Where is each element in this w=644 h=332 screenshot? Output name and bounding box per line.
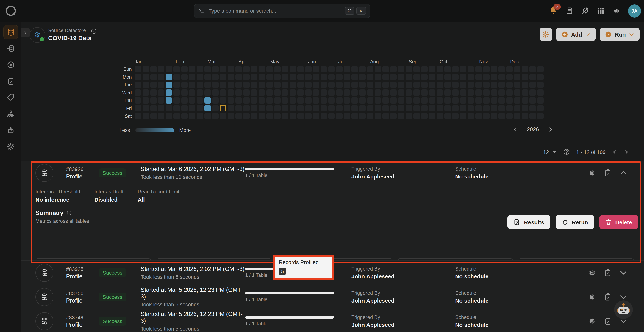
heatmap-cell[interactable] bbox=[251, 82, 257, 88]
heatmap-cell[interactable] bbox=[344, 105, 350, 111]
heatmap-cell[interactable] bbox=[367, 74, 373, 80]
heatmap-cell[interactable] bbox=[236, 105, 242, 111]
heatmap-cell[interactable] bbox=[328, 105, 335, 111]
sidebar-item-checks[interactable] bbox=[3, 74, 18, 89]
run-row[interactable]: #83749 Profile Success Started at Mar 5 … bbox=[21, 309, 644, 332]
heatmap-cell[interactable] bbox=[499, 97, 505, 104]
heatmap-cell[interactable] bbox=[142, 105, 149, 111]
heatmap-cell[interactable] bbox=[305, 105, 311, 111]
heatmap-cell[interactable] bbox=[352, 113, 358, 119]
heatmap-cell[interactable] bbox=[475, 105, 482, 111]
run-row[interactable]: #83750 Profile Success Started at Mar 5 … bbox=[21, 285, 644, 309]
heatmap-cell[interactable] bbox=[514, 82, 520, 88]
heatmap-cell[interactable] bbox=[150, 97, 156, 104]
sidebar-item-assistant[interactable] bbox=[3, 123, 18, 138]
run-metadata-chip-icon[interactable] bbox=[588, 293, 596, 301]
heatmap-cell[interactable] bbox=[475, 97, 482, 104]
heatmap-cell[interactable] bbox=[313, 113, 319, 119]
search-input[interactable] bbox=[208, 7, 343, 14]
heatmap-cell[interactable] bbox=[181, 66, 188, 72]
heatmap-cell[interactable] bbox=[375, 105, 381, 111]
heatmap-cell[interactable] bbox=[437, 113, 443, 119]
heatmap-cell[interactable] bbox=[266, 89, 273, 96]
heatmap-cell[interactable] bbox=[297, 74, 304, 80]
heatmap-cell[interactable] bbox=[367, 97, 373, 104]
sidebar-item-enrichment[interactable] bbox=[3, 41, 18, 56]
results-button[interactable]: Results bbox=[508, 215, 550, 229]
sidebar-item-settings[interactable] bbox=[3, 139, 18, 154]
heatmap-cell[interactable] bbox=[468, 89, 474, 96]
heatmap-cell[interactable] bbox=[336, 82, 342, 88]
heatmap-cell[interactable] bbox=[530, 97, 536, 104]
heatmap-cell[interactable] bbox=[274, 113, 280, 119]
run-checks-icon[interactable] bbox=[604, 169, 612, 177]
next-year-button[interactable] bbox=[548, 127, 554, 132]
apps-grid-icon[interactable] bbox=[596, 7, 605, 15]
run-checks-icon[interactable] bbox=[604, 293, 612, 301]
heatmap-cell[interactable] bbox=[266, 82, 273, 88]
heatmap-cell[interactable] bbox=[313, 74, 319, 80]
heatmap-cell[interactable] bbox=[166, 82, 172, 88]
heatmap-cell[interactable] bbox=[382, 113, 389, 119]
heatmap-cell[interactable] bbox=[158, 74, 164, 80]
heatmap-cell[interactable] bbox=[522, 113, 528, 119]
heatmap-cell[interactable] bbox=[344, 97, 350, 104]
heatmap-cell[interactable] bbox=[142, 89, 149, 96]
summary-info-icon[interactable] bbox=[66, 210, 72, 216]
heatmap-cell[interactable] bbox=[491, 105, 497, 111]
heatmap-cell[interactable] bbox=[243, 66, 250, 72]
heatmap-cell[interactable] bbox=[328, 74, 335, 80]
heatmap-cell[interactable] bbox=[514, 105, 520, 111]
heatmap-cell[interactable] bbox=[158, 89, 164, 96]
sidebar-expand-button[interactable] bbox=[21, 27, 30, 37]
heatmap-cell[interactable] bbox=[344, 113, 350, 119]
heatmap-cell[interactable] bbox=[352, 89, 358, 96]
heatmap-cell[interactable] bbox=[414, 113, 420, 119]
sidebar-item-tags[interactable] bbox=[3, 90, 18, 105]
delete-button[interactable]: Delete bbox=[599, 215, 638, 229]
heatmap-cell[interactable] bbox=[382, 82, 389, 88]
heatmap-cell[interactable] bbox=[499, 66, 505, 72]
heatmap-cell[interactable] bbox=[444, 89, 451, 96]
heatmap-cell[interactable] bbox=[336, 113, 342, 119]
heatmap-cell[interactable] bbox=[282, 74, 288, 80]
heatmap-cell[interactable] bbox=[406, 113, 412, 119]
heatmap-cell[interactable] bbox=[460, 105, 466, 111]
heatmap-cell[interactable] bbox=[236, 97, 242, 104]
heatmap-cell[interactable] bbox=[344, 89, 350, 96]
heatmap-cell[interactable] bbox=[367, 113, 373, 119]
heatmap-cell[interactable] bbox=[204, 66, 211, 72]
heatmap-cell[interactable] bbox=[429, 74, 435, 80]
heatmap-cell[interactable] bbox=[189, 105, 195, 111]
heatmap-cell[interactable] bbox=[150, 113, 156, 119]
heatmap-cell[interactable] bbox=[336, 97, 342, 104]
info-icon[interactable] bbox=[91, 28, 97, 34]
heatmap-cell[interactable] bbox=[460, 82, 466, 88]
heatmap-cell[interactable] bbox=[204, 105, 211, 111]
heatmap-cell[interactable] bbox=[150, 105, 156, 111]
heatmap-cell[interactable] bbox=[320, 89, 327, 96]
heatmap-cell[interactable] bbox=[189, 89, 195, 96]
heatmap-cell[interactable] bbox=[320, 105, 327, 111]
heatmap-cell[interactable] bbox=[414, 82, 420, 88]
heatmap-cell[interactable] bbox=[382, 89, 389, 96]
heatmap-cell[interactable] bbox=[452, 113, 458, 119]
heatmap-cell[interactable] bbox=[142, 82, 149, 88]
heatmap-cell[interactable] bbox=[174, 97, 180, 104]
heatmap-cell[interactable] bbox=[197, 74, 203, 80]
heatmap-cell[interactable] bbox=[313, 89, 319, 96]
heatmap-cell[interactable] bbox=[236, 66, 242, 72]
heatmap-cell[interactable] bbox=[514, 89, 520, 96]
heatmap-cell[interactable] bbox=[483, 66, 490, 72]
heatmap-cell[interactable] bbox=[499, 82, 505, 88]
heatmap-cell[interactable] bbox=[437, 105, 443, 111]
heatmap-cell[interactable] bbox=[506, 97, 513, 104]
heatmap-cell[interactable] bbox=[468, 66, 474, 72]
heatmap-cell[interactable] bbox=[537, 97, 544, 104]
heatmap-cell[interactable] bbox=[212, 82, 218, 88]
heatmap-cell[interactable] bbox=[258, 97, 265, 104]
heatmap-cell[interactable] bbox=[313, 105, 319, 111]
heatmap-cell[interactable] bbox=[421, 113, 428, 119]
heatmap-cell[interactable] bbox=[506, 66, 513, 72]
heatmap-cell[interactable] bbox=[390, 66, 396, 72]
